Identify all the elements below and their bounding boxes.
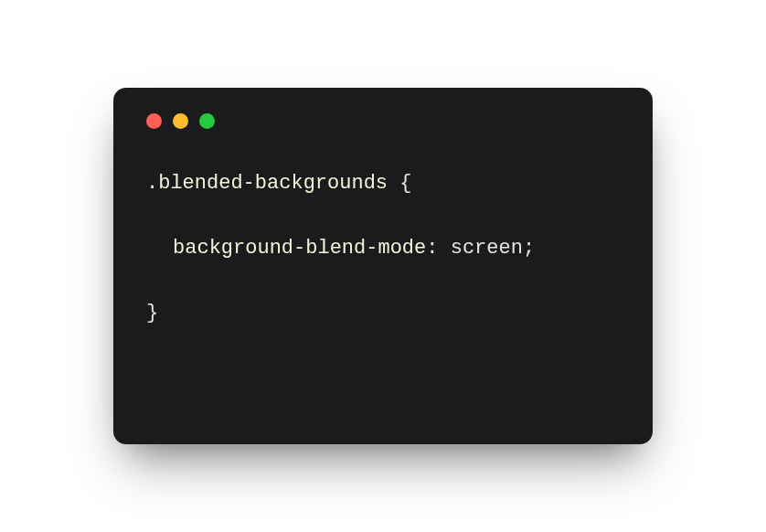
- css-value: screen: [451, 237, 523, 260]
- code-window: .blended-backgrounds { background-blend-…: [113, 88, 653, 444]
- code-line-selector: .blended-backgrounds {: [146, 167, 620, 199]
- code-line-declaration: background-blend-mode: screen;: [146, 232, 620, 264]
- maximize-icon[interactable]: [199, 113, 215, 129]
- minimize-icon[interactable]: [173, 113, 188, 129]
- close-icon[interactable]: [146, 113, 162, 129]
- code-line-close: }: [146, 297, 620, 329]
- css-property: background-blend-mode: [173, 237, 426, 260]
- colon: :: [426, 237, 450, 260]
- code-block: .blended-backgrounds { background-blend-…: [146, 167, 620, 330]
- semicolon: ;: [523, 237, 535, 260]
- open-brace: {: [388, 172, 411, 195]
- window-controls: [146, 113, 620, 129]
- close-brace: }: [146, 302, 158, 325]
- css-selector: .blended-backgrounds: [146, 172, 388, 195]
